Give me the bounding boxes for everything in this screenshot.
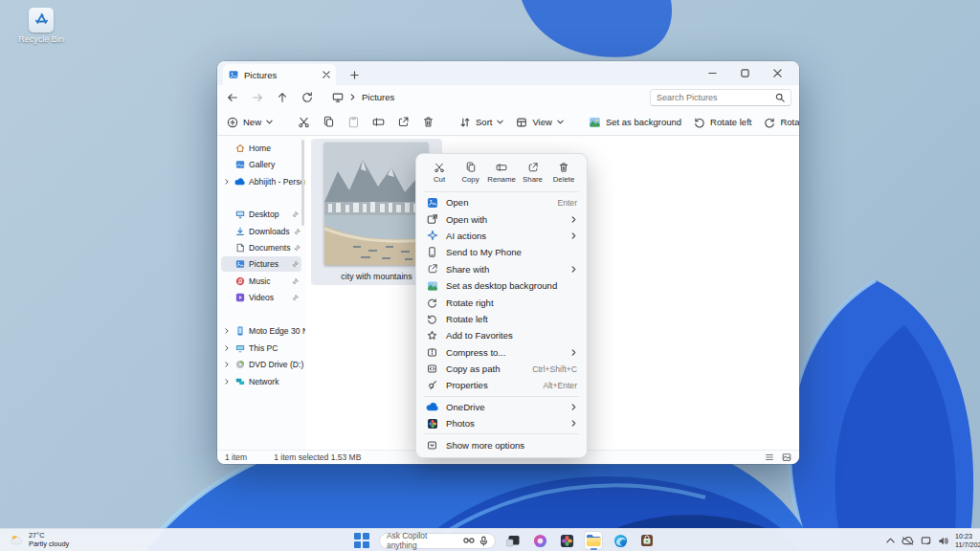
cut-button[interactable] <box>298 116 310 128</box>
menu-separator <box>424 396 579 397</box>
menu-label: Share with <box>446 264 489 275</box>
cut-quick-button[interactable]: Cut <box>424 160 455 186</box>
menu-item-show-more-options[interactable]: Show more options <box>420 436 583 452</box>
sidebar-item-this-pc[interactable]: This PC <box>221 341 301 356</box>
menu-item-open[interactable]: OpenEnter <box>420 194 583 210</box>
recycle-bin-icon <box>29 8 54 33</box>
minimize-button[interactable] <box>696 61 728 85</box>
tab-close-icon[interactable] <box>323 71 330 78</box>
menu-label: Open with <box>446 214 487 225</box>
menu-item-properties[interactable]: PropertiesAlt+Enter <box>420 377 583 393</box>
desktop-background-icon <box>426 280 438 292</box>
recycle-bin-shortcut[interactable]: Recycle Bin <box>13 8 69 44</box>
tab-pictures[interactable]: Pictures <box>223 64 336 85</box>
menu-label: Open <box>446 197 468 208</box>
share-quick-button[interactable]: Share <box>518 160 548 186</box>
sidebar-item-pictures[interactable]: Pictures <box>221 256 301 272</box>
clock-date: 11/7/2025 <box>955 540 980 549</box>
view-button[interactable]: View <box>516 117 563 128</box>
menu-item-add-to-favorites[interactable]: Add to Favorites <box>420 327 583 343</box>
delete-quick-button[interactable]: Delete <box>548 160 579 186</box>
rotate-left-icon <box>426 314 438 324</box>
onedrive-tray-icon[interactable] <box>902 537 914 545</box>
sidebar-item-network[interactable]: Network <box>221 374 301 389</box>
sidebar-item-home[interactable]: Home <box>221 141 301 156</box>
sidebar-item-music[interactable]: Music <box>221 274 301 289</box>
rename-quick-button[interactable]: Rename <box>486 160 517 186</box>
menu-label: AI actions <box>446 231 486 241</box>
sidebar-item-desktop[interactable]: Desktop <box>221 207 301 222</box>
copilot-search-input[interactable]: Ask Copilot anything <box>379 533 496 549</box>
taskbar-app-photos[interactable] <box>557 531 576 550</box>
navigation-pane: Home Gallery Abhijith - Personal Desktop… <box>217 136 305 450</box>
quick-actions-row: Cut Copy Rename Share Delete <box>420 158 583 189</box>
new-button[interactable]: New <box>227 117 273 128</box>
title-bar[interactable]: Pictures <box>217 61 799 85</box>
sidebar-item-videos[interactable]: Videos <box>221 290 301 305</box>
sidebar-item-downloads[interactable]: Downloads <box>221 224 301 239</box>
copilot-placeholder: Ask Copilot anything <box>387 531 458 550</box>
weather-widget[interactable]: 27°CPartly cloudy <box>10 531 69 549</box>
address-bar: Pictures Search Pictures <box>217 85 799 109</box>
task-view-button[interactable] <box>503 531 523 550</box>
this-pc-icon <box>332 92 344 103</box>
new-tab-button[interactable] <box>347 68 361 81</box>
rotate-right-button[interactable]: Rotate right <box>764 117 799 128</box>
share-button[interactable] <box>397 116 410 128</box>
up-icon[interactable] <box>275 90 290 105</box>
sidebar-item-documents[interactable]: Documents <box>221 240 301 255</box>
sidebar-scrollbar[interactable] <box>301 140 304 226</box>
copy-quick-button[interactable]: Copy <box>456 160 486 186</box>
menu-item-rotate-left[interactable]: Rotate left <box>420 311 583 327</box>
taskbar-app-copilot[interactable] <box>530 531 549 550</box>
sidebar-item-moto-edge[interactable]: Moto Edge 30 Neo <box>221 323 301 339</box>
sidebar-item-gallery[interactable]: Gallery <box>221 157 301 172</box>
cut-label: Cut <box>434 175 445 184</box>
copy-button[interactable] <box>323 116 335 128</box>
set-as-background-button[interactable]: Set as background <box>589 116 681 128</box>
menu-item-share-with[interactable]: Share with <box>420 261 583 277</box>
rotate-left-button[interactable]: Rotate left <box>694 117 751 128</box>
clock[interactable]: 10:23 11/7/2025 <box>955 532 980 550</box>
open-with-icon <box>426 213 438 225</box>
breadcrumb[interactable]: Pictures <box>324 88 402 106</box>
volume-icon[interactable] <box>938 536 948 546</box>
rename-button[interactable] <box>372 116 385 128</box>
close-button[interactable] <box>761 61 793 85</box>
refresh-icon[interactable] <box>300 90 315 105</box>
start-button[interactable] <box>352 531 371 550</box>
delete-button[interactable] <box>422 116 434 128</box>
paste-button[interactable] <box>347 116 360 128</box>
copy-label: Copy <box>461 175 479 184</box>
menu-item-copy-as-path[interactable]: Copy as pathCtrl+Shift+C <box>420 361 583 377</box>
back-icon[interactable] <box>225 90 240 105</box>
menu-item-ai-actions[interactable]: AI actions <box>420 228 583 244</box>
menu-item-send-to-my-phone[interactable]: Send to My Phone <box>420 244 583 260</box>
menu-item-set-as-desktop-background[interactable]: Set as desktop background <box>420 277 583 294</box>
sidebar-label: Desktop <box>249 209 279 219</box>
rotate-right-label: Rotate right <box>780 117 799 127</box>
search-input[interactable]: Search Pictures <box>650 89 791 106</box>
sidebar-item-dvd-drive[interactable]: DVD Drive (D:) CCC <box>221 357 301 372</box>
pin-icon <box>294 245 301 252</box>
sidebar-label: Pictures <box>249 259 278 269</box>
sort-button[interactable]: Sort <box>459 117 503 128</box>
maximize-button[interactable] <box>728 61 761 85</box>
taskbar-app-edge[interactable] <box>611 531 630 550</box>
taskbar: 27°CPartly cloudy Ask Copilot anything 1… <box>0 528 980 551</box>
menu-item-compress-to[interactable]: Compress to... <box>420 344 583 361</box>
menu-label: Properties <box>446 380 488 390</box>
thumbnail-view-toggle-icon[interactable] <box>782 452 791 462</box>
menu-item-onedrive[interactable]: OneDrive <box>420 399 583 415</box>
details-view-toggle-icon[interactable] <box>765 452 774 462</box>
menu-item-open-with[interactable]: Open with <box>420 210 583 227</box>
sidebar-item-onedrive-personal[interactable]: Abhijith - Personal <box>221 174 301 189</box>
taskbar-app-file-explorer[interactable] <box>584 531 603 550</box>
hidden-icons-chevron[interactable] <box>886 538 895 543</box>
share-label: Share <box>523 175 543 184</box>
device-tray-icon[interactable] <box>921 536 931 546</box>
taskbar-app-store[interactable] <box>637 531 657 550</box>
forward-icon[interactable] <box>250 90 265 105</box>
menu-item-photos[interactable]: Photos <box>420 415 583 431</box>
menu-item-rotate-right[interactable]: Rotate right <box>420 294 583 310</box>
